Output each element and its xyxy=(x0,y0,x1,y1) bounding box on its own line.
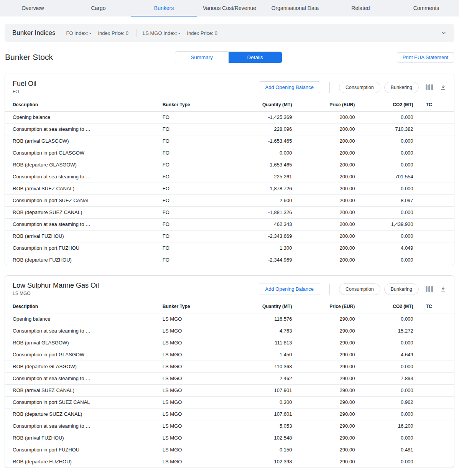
cell-bunker-type: FO xyxy=(162,230,239,242)
fo-index-price-value: Index Price: 0 xyxy=(98,30,128,36)
cell-description: Consumption in port SUEZ CANAL xyxy=(5,194,162,206)
cell-description: ROB (arrival FUZHOU) xyxy=(5,230,162,242)
cell-price: 200.00 xyxy=(292,159,355,171)
table-row[interactable]: ROB (departure FUZHOU)LS MGO102.398290.0… xyxy=(5,456,454,468)
table-row[interactable]: ROB (departure GLASGOW)LS MGO110.363290.… xyxy=(5,361,454,372)
tab-related[interactable]: Related xyxy=(328,0,393,16)
top-nav: Overview Cargo Bunkers Various Cost/Reve… xyxy=(0,0,459,16)
table-row[interactable]: ROB (arrival GLASGOW)LS MGO111.813290.00… xyxy=(5,337,454,349)
table-row[interactable]: Consumption in port FUZHOUFO1.300200.004… xyxy=(5,242,454,254)
columns-icon[interactable] xyxy=(426,84,433,90)
table-row[interactable]: ROB (arrival SUEZ CANAL)FO-1,878.726200.… xyxy=(5,183,454,194)
cell-co2: 0.000 xyxy=(355,361,413,372)
cell-bunker-type: LS MGO xyxy=(162,313,239,325)
table-row[interactable]: Opening balanceLS MGO116.576290.000.000 xyxy=(5,313,454,325)
cell-tc xyxy=(414,194,454,206)
table-row[interactable]: Consumption in port SUEZ CANALFO2.600200… xyxy=(5,194,454,206)
cell-price: 200.00 xyxy=(292,218,355,230)
table-row[interactable]: ROB (arrival FUZHOU)FO-2,343.669200.000.… xyxy=(5,230,454,242)
bunker-table: Description Bunker Type Quantity (MT) Pr… xyxy=(5,300,454,468)
cell-co2: 710.382 xyxy=(355,123,413,135)
cell-quantity: 228.096 xyxy=(239,123,293,135)
table-row[interactable]: ROB (arrival GLASGOW)FO-1,653.465200.000… xyxy=(5,135,454,147)
table-row[interactable]: Consumption at sea steaming to …LS MGO2.… xyxy=(5,372,454,384)
col-header-quantity: Quantity (MT) xyxy=(239,300,293,313)
cell-tc xyxy=(414,349,454,361)
card-title-block: Low Sulphur Marine Gas Oil LS MGO xyxy=(13,282,99,296)
cell-bunker-type: FO xyxy=(162,194,239,206)
chevron-down-icon[interactable] xyxy=(441,30,447,36)
cell-quantity: 107.601 xyxy=(239,408,293,420)
table-row[interactable]: Consumption at sea steaming to …FO225.26… xyxy=(5,171,454,183)
cell-quantity: 102.398 xyxy=(239,456,293,468)
cell-price: 290.00 xyxy=(292,372,355,384)
bunker-table: Description Bunker Type Quantity (MT) Pr… xyxy=(5,98,454,266)
cell-co2: 0.000 xyxy=(355,206,413,218)
add-opening-balance-button[interactable]: Add Opening Balance xyxy=(259,283,320,295)
cell-bunker-type: LS MGO xyxy=(162,396,239,408)
columns-icon[interactable] xyxy=(426,286,433,292)
cell-tc xyxy=(414,313,454,325)
cell-tc xyxy=(414,183,454,194)
table-row[interactable]: Consumption in port SUEZ CANALLS MGO0.30… xyxy=(5,396,454,408)
lsmgo-index-value: LS MGO Index: - xyxy=(143,30,180,36)
cell-tc xyxy=(414,408,454,420)
col-header-price: Price (EUR) xyxy=(292,300,355,313)
cell-price: 290.00 xyxy=(292,420,355,432)
table-row[interactable]: ROB (arrival FUZHOU)LS MGO102.548290.000… xyxy=(5,432,454,444)
consumption-button[interactable]: Consumption xyxy=(339,82,380,93)
lsmgo-index-price-value: Index Price: 0 xyxy=(187,30,218,36)
table-row[interactable]: ROB (arrival SUEZ CANAL)LS MGO107.901290… xyxy=(5,384,454,396)
cell-quantity: 462.343 xyxy=(239,218,293,230)
table-row[interactable]: Consumption in port GLASGOWFO0.000200.00… xyxy=(5,147,454,159)
consumption-button[interactable]: Consumption xyxy=(339,283,380,295)
cell-co2: 16.200 xyxy=(355,420,413,432)
table-row[interactable]: Consumption in port FUZHOULS MGO0.150290… xyxy=(5,444,454,456)
add-opening-balance-button[interactable]: Add Opening Balance xyxy=(259,81,320,93)
table-row[interactable]: Consumption at sea steaming to …FO228.09… xyxy=(5,123,454,135)
bunkering-button[interactable]: Bunkering xyxy=(384,82,419,93)
cell-co2: 0.962 xyxy=(355,396,413,408)
cell-tc xyxy=(414,444,454,456)
cell-quantity: 4.763 xyxy=(239,325,293,337)
cell-tc xyxy=(414,456,454,468)
cell-tc xyxy=(414,147,454,159)
details-toggle-button[interactable]: Details xyxy=(229,52,282,63)
cell-co2: 0.000 xyxy=(355,135,413,147)
table-row[interactable]: Consumption at sea steaming to …FO462.34… xyxy=(5,218,454,230)
cell-quantity: 1.450 xyxy=(239,349,293,361)
cell-quantity: -2,343.669 xyxy=(239,230,293,242)
cell-quantity: -2,344.969 xyxy=(239,254,293,266)
table-row[interactable]: ROB (departure FUZHOU)FO-2,344.969200.00… xyxy=(5,254,454,266)
print-eua-statement-button[interactable]: Print EUA Statement xyxy=(397,52,454,63)
cell-co2: 0.000 xyxy=(355,337,413,349)
tab-cargo[interactable]: Cargo xyxy=(66,0,131,16)
tab-bunkers[interactable]: Bunkers xyxy=(131,0,197,16)
cell-co2: 0.000 xyxy=(355,408,413,420)
cell-price: 290.00 xyxy=(292,384,355,396)
page-title: Bunker Stock xyxy=(5,53,53,62)
cell-description: ROB (arrival FUZHOU) xyxy=(5,432,162,444)
table-row[interactable]: Consumption at sea steaming to …LS MGO4.… xyxy=(5,325,454,337)
cell-description: ROB (arrival SUEZ CANAL) xyxy=(5,384,162,396)
card-header: Low Sulphur Marine Gas Oil LS MGO Add Op… xyxy=(5,276,454,300)
table-row[interactable]: ROB (departure GLASGOW)FO-1,653.465200.0… xyxy=(5,159,454,171)
cell-tc xyxy=(414,171,454,183)
download-icon[interactable] xyxy=(440,84,446,91)
bunkering-button[interactable]: Bunkering xyxy=(384,283,419,295)
card-actions: Add Opening Balance Consumption Bunkerin… xyxy=(259,283,446,295)
tab-various-cost-revenue[interactable]: Various Cost/Revenue xyxy=(197,0,262,16)
tab-comments[interactable]: Comments xyxy=(393,0,459,16)
table-row[interactable]: ROB (departure SUEZ CANAL)FO-1,881.32620… xyxy=(5,206,454,218)
table-row[interactable]: Opening balanceFO-1,425.369200.000.000 xyxy=(5,111,454,123)
table-row[interactable]: ROB (departure SUEZ CANAL)LS MGO107.6012… xyxy=(5,408,454,420)
table-row[interactable]: Consumption in port GLASGOWLS MGO1.45029… xyxy=(5,349,454,361)
download-icon[interactable] xyxy=(440,286,446,292)
table-row[interactable]: Consumption at sea steaming to …LS MGO5.… xyxy=(5,420,454,432)
tab-organisational-data[interactable]: Organisational Data xyxy=(262,0,328,16)
tab-overview[interactable]: Overview xyxy=(0,0,66,16)
col-header-bunker-type: Bunker Type xyxy=(162,300,239,313)
cell-price: 200.00 xyxy=(292,206,355,218)
col-header-tc: TC xyxy=(414,98,454,111)
summary-toggle-button[interactable]: Summary xyxy=(175,52,229,63)
